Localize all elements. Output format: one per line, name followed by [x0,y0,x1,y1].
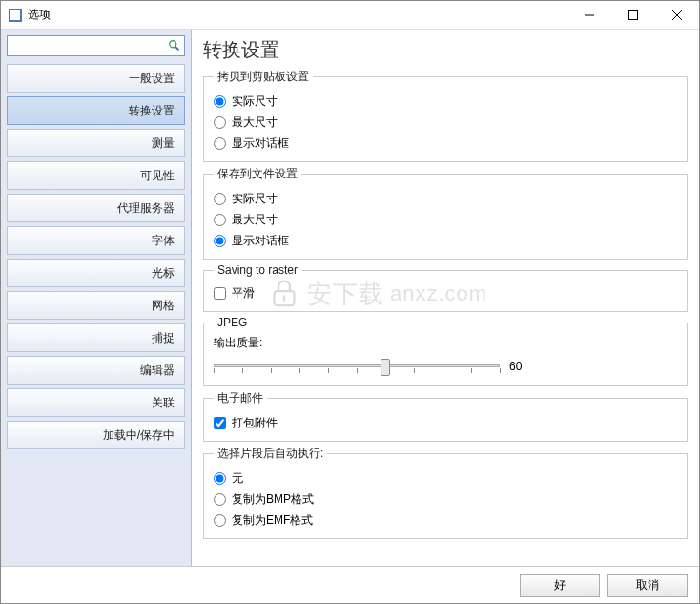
autorun-none-radio[interactable]: 无 [214,468,677,489]
savefile-actual-radio[interactable]: 实际尺寸 [214,188,677,209]
svg-rect-1 [629,10,638,19]
autorun-emf-radio[interactable]: 复制为EMF格式 [214,510,677,531]
clipboard-group: 拷贝到剪贴板设置 实际尺寸 最大尺寸 显示对话框 [203,69,688,162]
svg-point-4 [170,41,176,48]
pack-attachment-checkbox[interactable]: 打包附件 [214,412,677,433]
clipboard-max-radio[interactable]: 最大尺寸 [214,112,677,133]
ok-button[interactable]: 好 [520,574,600,597]
sidebar-item-9[interactable]: 编辑器 [7,356,185,385]
maximize-button[interactable] [611,1,655,29]
search-icon[interactable] [168,39,181,52]
raster-legend: Saving to raster [214,263,301,277]
jpeg-group: JPEG 输出质量: 60 [203,316,688,386]
jpeg-quality-value: 60 [509,360,522,373]
search-input-wrap[interactable] [7,35,185,56]
raster-group: Saving to raster 平滑 [203,263,688,312]
sidebar-item-5[interactable]: 字体 [7,226,185,255]
jpeg-quality-slider[interactable] [214,355,500,378]
minimize-button[interactable] [567,1,611,29]
sidebar-item-0[interactable]: 一般设置 [7,64,185,93]
sidebar-item-8[interactable]: 捕捉 [7,323,185,352]
sidebar-item-2[interactable]: 测量 [7,129,185,157]
savefile-max-radio[interactable]: 最大尺寸 [214,209,677,230]
email-group: 电子邮件 打包附件 [203,390,688,442]
autorun-bmp-radio[interactable]: 复制为BMP格式 [214,489,677,510]
sidebar-item-7[interactable]: 网格 [7,291,185,320]
window-title: 选项 [28,7,567,23]
email-legend: 电子邮件 [214,390,267,406]
autorun-group: 选择片段后自动执行: 无 复制为BMP格式 复制为EMF格式 [203,446,688,539]
title-bar: 选项 [1,1,699,30]
clipboard-dialog-radio[interactable]: 显示对话框 [214,133,677,154]
autorun-legend: 选择片段后自动执行: [214,446,327,462]
sidebar-item-4[interactable]: 代理服务器 [7,194,185,222]
page-title: 转换设置 [203,37,688,63]
main-panel: 转换设置 拷贝到剪贴板设置 实际尺寸 最大尺寸 显示对话框 保存到文件设置 实际… [192,30,699,566]
sidebar-item-10[interactable]: 关联 [7,388,185,417]
savefile-dialog-radio[interactable]: 显示对话框 [214,230,677,251]
svg-line-5 [175,47,179,51]
sidebar-item-6[interactable]: 光标 [7,259,185,287]
close-button[interactable] [655,1,699,29]
clipboard-legend: 拷贝到剪贴板设置 [214,69,313,85]
cancel-button[interactable]: 取消 [607,574,688,597]
search-input[interactable] [10,39,168,52]
jpeg-legend: JPEG [214,316,251,329]
sidebar-item-1[interactable]: 转换设置 [7,96,185,125]
savefile-legend: 保存到文件设置 [214,166,301,182]
sidebar-item-3[interactable]: 可见性 [7,161,185,190]
smooth-checkbox[interactable]: 平滑 [214,282,677,303]
sidebar-item-11[interactable]: 加载中/保存中 [7,421,185,449]
sidebar: 一般设置转换设置测量可见性代理服务器字体光标网格捕捉编辑器关联加载中/保存中 [1,30,192,566]
app-icon [9,9,22,22]
clipboard-actual-radio[interactable]: 实际尺寸 [214,91,677,112]
footer: 好 取消 [1,566,699,604]
savefile-group: 保存到文件设置 实际尺寸 最大尺寸 显示对话框 [203,166,688,260]
jpeg-quality-label: 输出质量: [214,335,677,351]
